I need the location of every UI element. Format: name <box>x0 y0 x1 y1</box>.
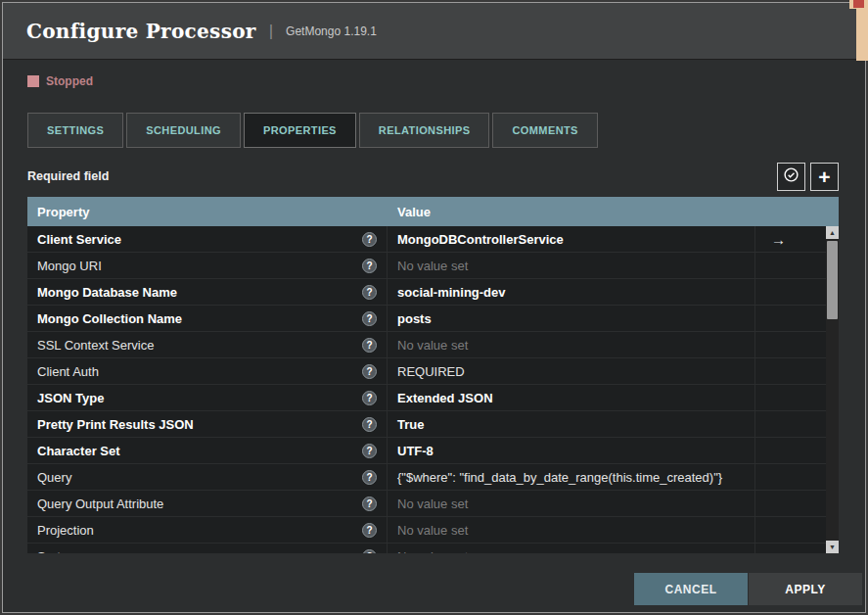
processor-status: Stopped <box>27 74 865 88</box>
table-row[interactable]: Query?{"$where": "find_data_by_date_rang… <box>27 464 826 491</box>
table-row[interactable]: Projection?No value set <box>27 517 826 544</box>
add-property-button[interactable]: + <box>810 163 839 191</box>
table-body: Client Service?MongoDBControllerService→… <box>27 226 826 553</box>
value-cell[interactable]: UTF-8 <box>388 438 755 463</box>
help-icon[interactable]: ? <box>362 364 377 379</box>
table-row[interactable]: Client Service?MongoDBControllerService→ <box>27 226 826 253</box>
property-cell: Client Service? <box>27 226 388 252</box>
property-cell: Client Auth? <box>27 358 388 384</box>
property-cell: Sort? <box>27 544 388 553</box>
tab-scheduling[interactable]: SCHEDULING <box>126 113 241 148</box>
property-label: Sort <box>37 549 61 554</box>
table-row[interactable]: Client Auth?REQUIRED <box>27 358 826 385</box>
check-circle-icon <box>783 166 799 186</box>
verify-properties-button[interactable] <box>777 163 805 191</box>
row-actions-cell <box>755 411 826 437</box>
property-label: Mongo Database Name <box>37 285 177 300</box>
go-to-service-icon[interactable]: → <box>771 231 786 248</box>
help-icon[interactable]: ? <box>362 523 377 538</box>
status-label: Stopped <box>46 74 93 88</box>
property-label: Client Service <box>37 232 121 247</box>
help-icon[interactable]: ? <box>362 470 377 485</box>
value-cell[interactable]: REQUIRED <box>388 358 755 384</box>
table-row[interactable]: JSON Type?Extended JSON <box>27 385 826 411</box>
value-label: No value set <box>397 497 468 511</box>
property-cell: Mongo URI? <box>27 253 388 278</box>
configure-processor-dialog: Configure Processor | GetMongo 1.19.1 St… <box>2 2 866 613</box>
column-header-value: Value <box>388 205 755 219</box>
table-row[interactable]: Query Output Attribute?No value set <box>27 491 826 517</box>
row-actions-cell <box>755 491 826 516</box>
scrollbar-thumb[interactable] <box>827 241 838 319</box>
table-row[interactable]: Sort?No value set <box>27 544 826 553</box>
value-cell[interactable]: No value set <box>388 491 755 516</box>
value-cell[interactable]: posts <box>388 306 755 331</box>
scroll-up-button[interactable]: ▲ <box>826 226 839 239</box>
help-icon[interactable]: ? <box>362 417 377 432</box>
property-label: Client Auth <box>37 364 99 379</box>
apply-button[interactable]: APPLY <box>749 573 862 605</box>
property-cell: Query? <box>27 464 388 490</box>
help-icon[interactable]: ? <box>362 338 377 353</box>
row-actions-cell <box>755 306 826 331</box>
help-icon[interactable]: ? <box>362 259 377 273</box>
table-row[interactable]: Mongo Collection Name?posts <box>27 306 826 332</box>
row-actions-cell <box>755 253 826 278</box>
property-label: Mongo URI <box>37 259 102 273</box>
value-cell[interactable]: Extended JSON <box>388 385 755 410</box>
tab-bar: SETTINGSSCHEDULINGPROPERTIESRELATIONSHIP… <box>27 113 865 148</box>
table-row[interactable]: SSL Context Service?No value set <box>27 332 826 358</box>
row-actions-cell: → <box>755 226 826 252</box>
tab-settings[interactable]: SETTINGS <box>27 113 123 148</box>
value-cell[interactable]: No value set <box>388 332 755 357</box>
value-label: Extended JSON <box>397 391 493 405</box>
value-cell[interactable]: {"$where": "find_data_by_date_range(this… <box>388 464 755 490</box>
vertical-scrollbar[interactable]: ▲ ▼ <box>826 226 839 553</box>
scroll-down-button[interactable]: ▼ <box>826 541 839 553</box>
help-icon[interactable]: ? <box>362 232 377 247</box>
help-icon[interactable]: ? <box>362 497 377 511</box>
value-cell[interactable]: No value set <box>388 253 755 278</box>
table-row[interactable]: Character Set?UTF-8 <box>27 438 826 464</box>
column-header-property: Property <box>27 205 388 219</box>
table-row[interactable]: Pretty Print Results JSON?True <box>27 411 826 438</box>
value-label: UTF-8 <box>397 444 434 458</box>
value-cell[interactable]: No value set <box>388 517 755 543</box>
value-label: MongoDBControllerService <box>397 232 564 247</box>
help-icon[interactable]: ? <box>362 311 377 326</box>
property-label: Pretty Print Results JSON <box>37 417 194 432</box>
help-icon[interactable]: ? <box>362 444 377 458</box>
properties-toolbar: Required field + <box>27 162 839 191</box>
value-cell[interactable]: social-mining-dev <box>388 279 755 305</box>
value-cell[interactable]: MongoDBControllerService <box>388 226 755 252</box>
property-cell: SSL Context Service? <box>27 332 388 357</box>
property-label: Character Set <box>37 444 120 458</box>
table-row[interactable]: Mongo Database Name?social-mining-dev <box>27 279 826 306</box>
processor-type-version: GetMongo 1.19.1 <box>286 24 377 38</box>
value-label: No value set <box>397 523 468 538</box>
required-field-label: Required field <box>27 169 109 183</box>
property-cell: Mongo Database Name? <box>27 279 388 305</box>
tab-comments[interactable]: COMMENTS <box>492 113 597 148</box>
tab-relationships[interactable]: RELATIONSHIPS <box>359 113 490 148</box>
cancel-button[interactable]: CANCEL <box>634 573 748 605</box>
background-page-peek <box>856 9 868 61</box>
properties-table: Property Value Client Service?MongoDBCon… <box>27 197 839 553</box>
value-label: {"$where": "find_data_by_date_range(this… <box>397 470 722 485</box>
value-cell[interactable]: No value set <box>388 544 755 553</box>
property-label: Mongo Collection Name <box>37 311 182 326</box>
toolbar-buttons: + <box>777 163 839 191</box>
value-label: social-mining-dev <box>397 285 506 300</box>
row-actions-cell <box>755 517 826 543</box>
value-cell[interactable]: True <box>388 411 755 437</box>
property-cell: Query Output Attribute? <box>27 491 388 516</box>
help-icon[interactable]: ? <box>362 285 377 300</box>
help-icon[interactable]: ? <box>362 549 377 554</box>
row-actions-cell <box>755 438 826 463</box>
dialog-header: Configure Processor | GetMongo 1.19.1 <box>3 3 865 60</box>
property-cell: Projection? <box>27 517 388 543</box>
help-icon[interactable]: ? <box>362 391 377 405</box>
table-row[interactable]: Mongo URI?No value set <box>27 253 826 279</box>
dialog-title: Configure Processor <box>26 20 256 43</box>
tab-properties[interactable]: PROPERTIES <box>244 113 356 148</box>
